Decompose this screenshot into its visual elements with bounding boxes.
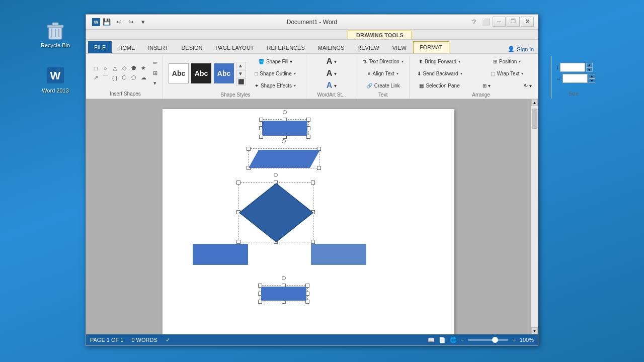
left-rect-shape[interactable] (193, 244, 248, 265)
para-rotation-handle[interactable] (282, 139, 286, 143)
save-qat-button[interactable]: 💾 (101, 17, 112, 28)
zoom-thumb[interactable] (492, 337, 498, 343)
wrap-text-button[interactable]: ⬚ Wrap Text ▾ (466, 68, 548, 79)
shape-triangle-btn[interactable]: △ (110, 64, 119, 73)
width-input[interactable] (562, 74, 588, 83)
shape-star-btn[interactable]: ★ (139, 64, 148, 73)
redo-qat-button[interactable]: ↪ (125, 17, 136, 28)
top-rect-container[interactable] (261, 119, 309, 137)
selection-pane-button[interactable]: ▦ Selection Pane (415, 80, 465, 91)
position-button[interactable]: ⊞ Position ▾ (466, 56, 548, 67)
height-row: ↕ ▲ ▼ (556, 63, 595, 72)
word-2013-label: Word 2013 (42, 87, 69, 94)
height-down-btn[interactable]: ▼ (586, 67, 593, 72)
style-box-2[interactable]: Abc (191, 63, 211, 83)
zoom-slider[interactable] (468, 339, 508, 341)
tab-view[interactable]: VIEW (386, 41, 413, 53)
scroll-down-button[interactable]: ▼ (531, 327, 538, 334)
shape-select-btn[interactable]: ⊞ (150, 68, 159, 77)
word-2013-icon[interactable]: W Word 2013 (38, 65, 73, 94)
shape-arc-btn[interactable]: ⌒ (101, 73, 110, 82)
ribbon-display-button[interactable]: ⬜ (480, 17, 492, 28)
width-up-btn[interactable]: ▲ (589, 74, 595, 78)
shape-edit-btn[interactable]: ✏ (150, 58, 159, 67)
print-layout-icon[interactable]: 📄 (439, 337, 446, 343)
bottom-rotation-handle[interactable] (282, 276, 286, 280)
paint-bucket-icon: 🪣 (258, 59, 264, 64)
tab-mailings[interactable]: MAILINGS (311, 41, 351, 53)
tab-file[interactable]: FILE (88, 41, 112, 53)
recycle-bin-icon[interactable]: Recycle Bin (38, 20, 73, 48)
web-layout-icon[interactable]: 🌐 (450, 337, 457, 343)
diamond-container[interactable] (238, 182, 313, 242)
text-outline-button[interactable]: A ▾ (311, 68, 352, 79)
create-link-button[interactable]: 🔗 Create Link (360, 80, 406, 91)
diamond-rotation-handle[interactable] (274, 173, 278, 177)
shape-brace-btn[interactable]: { } (110, 73, 119, 82)
doc-scroll-area[interactable] (86, 99, 531, 334)
text-direction-button[interactable]: ⇅ Text Direction ▾ (360, 56, 406, 67)
zoom-level[interactable]: 100% (520, 337, 534, 343)
bottom-rect-selection (260, 285, 308, 302)
text-effects-button[interactable]: A ▾ (311, 80, 352, 91)
group-shape-styles: Abc Abc Abc ▲ ▼ ⬛ 🪣 Shape Fill ▾ (165, 56, 306, 99)
ribbon-tab-bar: FILE HOME INSERT DESIGN PAGE LAYOUT REFE… (86, 40, 538, 54)
shape-oct-btn[interactable]: ⬠ (129, 73, 138, 82)
height-input[interactable] (560, 63, 585, 72)
rotation-handle[interactable] (283, 110, 287, 114)
right-rect-shape[interactable] (311, 244, 366, 265)
style-down-btn[interactable]: ▼ (236, 70, 246, 77)
style-box-3[interactable]: Abc (214, 63, 234, 83)
read-mode-icon[interactable]: 📖 (428, 337, 435, 343)
vertical-scrollbar[interactable]: ▲ ▼ (531, 99, 538, 334)
customize-qat-button[interactable]: ▾ (137, 17, 148, 28)
sign-in-button[interactable]: 👤 Sign in (504, 45, 538, 53)
shape-styles-content: Abc Abc Abc ▲ ▼ ⬛ 🪣 Shape Fill ▾ (168, 56, 303, 91)
restore-button[interactable]: ❐ (507, 17, 520, 27)
tab-home[interactable]: HOME (112, 41, 141, 53)
shape-circle-btn[interactable]: ○ (101, 64, 110, 73)
style-up-btn[interactable]: ▲ (236, 62, 246, 69)
tab-page-layout[interactable]: PAGE LAYOUT (209, 41, 261, 53)
svg-marker-8 (249, 150, 320, 168)
zoom-in-icon[interactable]: + (512, 337, 515, 343)
zoom-out-icon[interactable]: − (461, 337, 464, 343)
shape-cloud-btn[interactable]: ☁ (139, 73, 148, 82)
text-fill-button[interactable]: A ▾ (311, 56, 352, 67)
shape-effects-button[interactable]: ✦ Shape Effects ▾ (248, 80, 303, 91)
shape-hex-btn[interactable]: ⬡ (120, 73, 129, 82)
shape-pentagon-btn[interactable]: ⬟ (129, 64, 138, 73)
tab-review[interactable]: REVIEW (351, 41, 385, 53)
shape-diamond-btn[interactable]: ◇ (120, 64, 129, 73)
align-button[interactable]: ⊞ ▾ (466, 80, 507, 91)
help-button[interactable]: ? (468, 17, 479, 28)
scroll-thumb[interactable] (532, 109, 537, 129)
align-text-button[interactable]: ≡ Align Text ▾ (360, 68, 406, 79)
style-more-btn[interactable]: ⬛ (236, 78, 246, 85)
parallelogram-container[interactable] (248, 148, 319, 168)
tab-design[interactable]: DESIGN (175, 41, 209, 53)
width-down-btn[interactable]: ▼ (589, 78, 595, 83)
arrange-btns-right: ⊞ Position ▾ ⬚ Wrap Text ▾ ⊞ ▾ ↻ ▾ (466, 56, 548, 91)
scroll-track[interactable] (531, 106, 538, 327)
height-up-btn[interactable]: ▲ (586, 63, 593, 67)
shape-rect-btn[interactable]: □ (91, 64, 100, 73)
height-icon: ↕ (556, 65, 559, 70)
bottom-rect-container[interactable] (260, 285, 308, 302)
svg-rect-2 (52, 23, 58, 26)
shape-arrow-btn[interactable]: ↗ (91, 73, 100, 82)
style-box-1[interactable]: Abc (169, 63, 189, 83)
shape-outline-button[interactable]: □ Shape Outline ▾ (248, 68, 303, 79)
minimize-button[interactable]: ─ (493, 17, 506, 27)
tab-insert[interactable]: INSERT (141, 41, 175, 53)
scroll-up-button[interactable]: ▲ (531, 99, 538, 106)
shape-fill-button[interactable]: 🪣 Shape Fill ▾ (248, 56, 303, 67)
rotate-button[interactable]: ↻ ▾ (508, 80, 548, 91)
close-button[interactable]: ✕ (521, 17, 534, 27)
send-backward-button[interactable]: ⬇ Send Backward ▾ (415, 68, 465, 79)
undo-qat-button[interactable]: ↩ (113, 17, 124, 28)
tab-format[interactable]: FORMAT (413, 41, 449, 53)
tab-references[interactable]: REFERENCES (261, 41, 311, 53)
shape-more-btn[interactable]: ▾ (150, 78, 159, 87)
bring-forward-button[interactable]: ⬆ Bring Forward ▾ (415, 56, 465, 67)
